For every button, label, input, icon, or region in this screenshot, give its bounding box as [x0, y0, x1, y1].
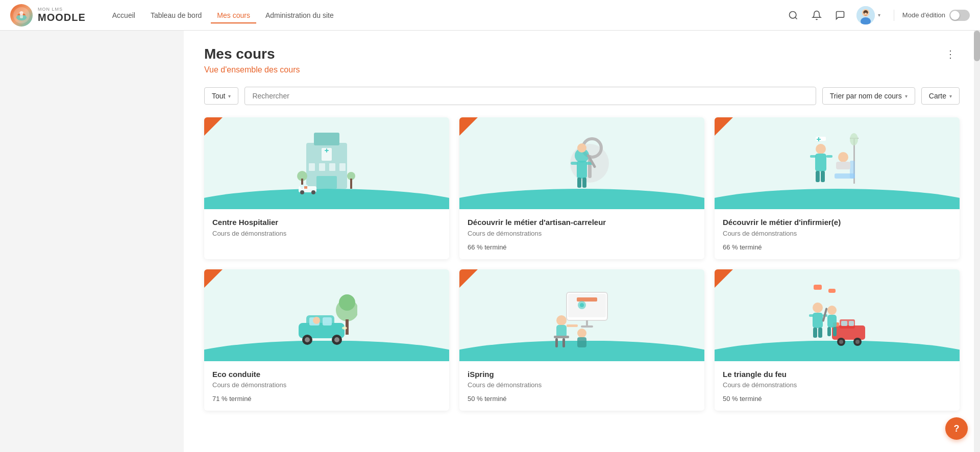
nav-accueil[interactable]: Accueil: [106, 7, 141, 23]
course-card[interactable]: Eco conduite Cours de démonstrations 71 …: [204, 269, 449, 411]
course-name: Centre Hospitalier: [212, 217, 441, 228]
filters-row: Tout ▾ Trier par nom de cours ▾ Carte ▾: [204, 87, 960, 105]
svg-rect-20: [316, 176, 337, 189]
mode-toggle-container: Mode d'édition: [894, 10, 970, 21]
mode-label: Mode d'édition: [902, 11, 945, 19]
content-area: Mes cours ⋮ Vue d'ensemble des cours Tou…: [184, 31, 980, 452]
course-illustration: [296, 280, 357, 351]
svg-rect-51: [818, 137, 819, 141]
course-card[interactable]: Centre Hospitalier Cours de démonstratio…: [204, 117, 449, 259]
all-filter-label: Tout: [212, 92, 225, 100]
course-category: Cours de démonstrations: [723, 230, 951, 237]
course-category: Cours de démonstrations: [468, 230, 696, 237]
svg-rect-84: [577, 337, 586, 347]
brand-sub: MON LMS: [38, 7, 86, 12]
logo-icon: [10, 4, 33, 27]
course-name: iSpring: [468, 369, 696, 380]
course-card[interactable]: Découvrir le métier d'infirmier(e) Cours…: [715, 117, 960, 259]
scrollbar[interactable]: [974, 31, 980, 452]
course-grid: Centre Hospitalier Cours de démonstratio…: [204, 117, 960, 411]
svg-point-46: [838, 152, 848, 162]
view-chevron: ▾: [949, 93, 952, 99]
course-progress-label: 50 % terminé: [468, 395, 696, 403]
course-illustration: [806, 128, 868, 199]
svg-rect-71: [568, 294, 606, 317]
svg-point-28: [311, 190, 315, 194]
page-title: Mes cours: [204, 46, 275, 62]
notifications-button[interactable]: [810, 8, 824, 22]
more-options-button[interactable]: ⋮: [941, 46, 960, 62]
svg-rect-72: [577, 297, 597, 302]
search-input[interactable]: [244, 87, 816, 105]
course-category: Cours de démonstrations: [212, 381, 441, 389]
course-card[interactable]: Découvrir le métier d'artisan-carreleur …: [459, 117, 704, 259]
svg-point-77: [556, 315, 567, 325]
course-thumbnail: [204, 269, 449, 361]
toggle-knob: [950, 11, 960, 20]
view-select[interactable]: Carte ▾: [921, 87, 960, 105]
course-body: iSpring Cours de démonstrations 50 % ter…: [459, 361, 704, 411]
course-category: Cours de démonstrations: [212, 230, 441, 237]
svg-rect-99: [813, 328, 817, 338]
svg-point-34: [577, 143, 586, 153]
user-menu-button[interactable]: ▾: [856, 6, 880, 24]
course-card[interactable]: Le triangle du feu Cours de démonstratio…: [715, 269, 960, 411]
brand-logo[interactable]: MON LMS MOODLE: [10, 4, 86, 27]
course-name: Eco conduite: [212, 369, 441, 380]
mode-toggle[interactable]: [949, 10, 970, 21]
svg-point-10: [867, 13, 868, 14]
svg-rect-80: [555, 338, 558, 347]
course-body: Découvrir le métier d'infirmier(e) Cours…: [715, 209, 960, 259]
svg-rect-100: [818, 328, 822, 338]
svg-rect-63: [323, 317, 332, 325]
svg-rect-45: [850, 161, 855, 179]
svg-point-74: [580, 303, 584, 307]
svg-rect-15: [326, 148, 327, 153]
svg-rect-79: [554, 336, 569, 338]
svg-point-2: [19, 11, 23, 15]
course-progress-label: 50 % terminé: [723, 395, 951, 403]
course-body: Le triangle du feu Cours de démonstratio…: [715, 361, 960, 411]
main-container: Mes cours ⋮ Vue d'ensemble des cours Tou…: [0, 31, 980, 452]
search-button[interactable]: [786, 8, 800, 22]
svg-rect-102: [828, 289, 836, 293]
messages-button[interactable]: [833, 8, 847, 22]
svg-point-94: [813, 303, 823, 313]
course-body: Centre Hospitalier Cours de démonstratio…: [204, 209, 449, 252]
svg-rect-19: [339, 163, 346, 171]
course-name: Le triangle du feu: [723, 369, 951, 380]
svg-point-67: [334, 337, 339, 342]
svg-rect-54: [826, 155, 832, 158]
svg-rect-16: [309, 163, 315, 171]
svg-point-90: [839, 340, 843, 344]
nav-admin[interactable]: Administration du site: [259, 7, 340, 23]
svg-rect-55: [816, 171, 820, 182]
svg-rect-97: [809, 314, 814, 317]
svg-point-48: [816, 144, 826, 154]
svg-rect-35: [577, 161, 587, 179]
svg-rect-104: [827, 327, 831, 336]
svg-rect-39: [582, 178, 586, 188]
course-thumbnail: [459, 269, 704, 361]
svg-rect-24: [350, 179, 352, 189]
sort-select[interactable]: Trier par nom de cours ▾: [822, 87, 915, 105]
course-thumbnail: [715, 117, 960, 209]
all-filter-chevron: ▾: [228, 93, 231, 99]
all-filter-select[interactable]: Tout ▾: [204, 87, 238, 105]
help-button[interactable]: ?: [945, 417, 968, 440]
nav-tableau[interactable]: Tableau de bord: [144, 7, 208, 23]
course-name: Découvrir le métier d'infirmier(e): [723, 217, 951, 228]
course-illustration: [296, 128, 357, 199]
course-card[interactable]: iSpring Cours de démonstrations 50 % ter…: [459, 269, 704, 411]
nav-mes-cours[interactable]: Mes cours: [211, 7, 256, 23]
svg-rect-81: [562, 338, 565, 347]
svg-rect-82: [567, 324, 578, 327]
svg-rect-95: [814, 285, 822, 290]
svg-rect-47: [836, 162, 850, 169]
svg-point-69: [342, 327, 347, 330]
svg-rect-56: [821, 171, 825, 182]
course-progress-label: 66 % terminé: [723, 243, 951, 251]
svg-point-92: [855, 340, 860, 344]
course-name: Découvrir le métier d'artisan-carreleur: [468, 217, 696, 228]
svg-rect-76: [581, 325, 593, 328]
